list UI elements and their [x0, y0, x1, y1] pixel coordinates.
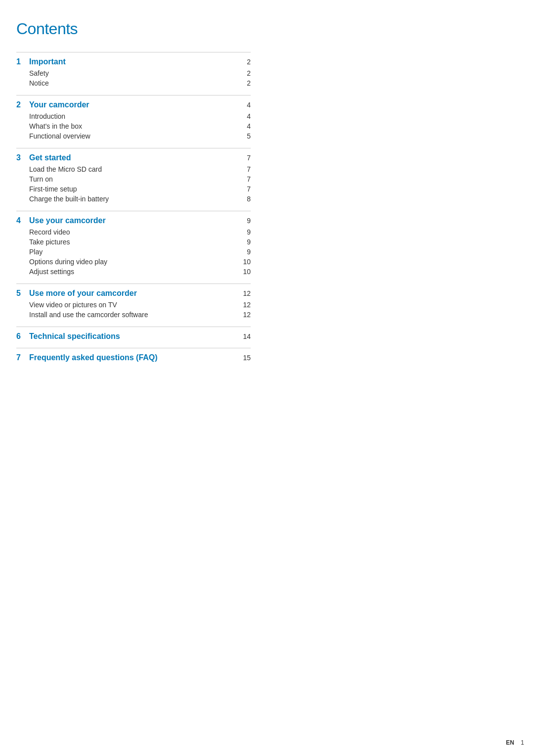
list-item: Safety2	[29, 68, 251, 78]
section-number-4: 4	[16, 216, 23, 225]
list-item: Load the Micro SD card7	[29, 164, 251, 174]
list-item: What's in the box4	[29, 121, 251, 131]
list-item: Take pictures9	[29, 237, 251, 247]
section-title-4: Use your camcorder	[29, 216, 106, 225]
sub-label: Turn on	[29, 175, 53, 183]
sub-label: Safety	[29, 69, 49, 77]
section-number-1: 1	[16, 57, 23, 66]
section-subitems-2: Introduction4What's in the box4Functiona…	[16, 111, 251, 148]
sub-page: 7	[247, 185, 251, 193]
sub-label: Notice	[29, 79, 49, 87]
section-header-1: 1Important2	[16, 52, 251, 68]
list-item: Record video9	[29, 227, 251, 237]
section-header-2: 2Your camcorder4	[16, 95, 251, 111]
section-number-5: 5	[16, 289, 23, 298]
list-item: First-time setup7	[29, 184, 251, 194]
list-item: Install and use the camcorder software12	[29, 310, 251, 320]
section-page-2: 4	[247, 101, 251, 109]
sub-page: 7	[247, 165, 251, 173]
list-item: View video or pictures on TV12	[29, 300, 251, 310]
sub-page: 7	[247, 175, 251, 183]
sub-label: First-time setup	[29, 185, 77, 193]
section-title-2: Your camcorder	[29, 100, 89, 109]
section-page-1: 2	[247, 58, 251, 66]
list-item: Turn on7	[29, 174, 251, 184]
section-page-5: 12	[243, 289, 251, 297]
sub-label: Adjust settings	[29, 268, 74, 276]
list-item: Notice2	[29, 78, 251, 88]
sub-page: 9	[247, 238, 251, 246]
sub-page: 12	[243, 301, 251, 309]
sub-page: 2	[247, 79, 251, 87]
section-title-5: Use more of your camcorder	[29, 289, 137, 298]
page-title: Contents	[16, 20, 251, 38]
sub-label: What's in the box	[29, 122, 82, 130]
table-of-contents: 1Important2Safety2Notice22Your camcorder…	[16, 52, 251, 369]
section-title-7: Frequently asked questions (FAQ)	[29, 353, 158, 362]
list-item: Options during video play10	[29, 257, 251, 267]
section-subitems-3: Load the Micro SD card7Turn on7First-tim…	[16, 164, 251, 211]
sub-page: 10	[243, 258, 251, 266]
sub-label: Options during video play	[29, 258, 107, 266]
section-header-6: 6Technical specifications14	[16, 327, 251, 343]
sub-label: Functional overview	[29, 132, 90, 140]
section-header-3: 3Get started7	[16, 148, 251, 164]
sub-label: Take pictures	[29, 238, 70, 246]
sub-page: 5	[247, 132, 251, 140]
section-number-6: 6	[16, 332, 23, 341]
sub-label: Charge the built-in battery	[29, 195, 109, 203]
sub-page: 2	[247, 69, 251, 77]
section-subitems-5: View video or pictures on TV12Install an…	[16, 300, 251, 327]
section-page-7: 15	[243, 354, 251, 362]
section-title-6: Technical specifications	[29, 332, 120, 341]
section-header-7: 7Frequently asked questions (FAQ)15	[16, 348, 251, 364]
sub-page: 8	[247, 195, 251, 203]
section-title-1: Important	[29, 57, 66, 66]
sub-label: Record video	[29, 228, 70, 236]
sub-page: 10	[243, 268, 251, 276]
list-item: Functional overview5	[29, 131, 251, 141]
sub-label: Install and use the camcorder software	[29, 311, 148, 319]
sub-page: 9	[247, 228, 251, 236]
sub-page: 4	[247, 122, 251, 130]
sub-label: Load the Micro SD card	[29, 165, 102, 173]
sub-label: Play	[29, 248, 43, 256]
section-title-3: Get started	[29, 153, 71, 162]
section-subitems-1: Safety2Notice2	[16, 68, 251, 95]
sub-page: 12	[243, 311, 251, 319]
section-header-5: 5Use more of your camcorder12	[16, 284, 251, 300]
list-item: Introduction4	[29, 111, 251, 121]
section-number-2: 2	[16, 100, 23, 109]
section-number-3: 3	[16, 153, 23, 162]
sub-page: 9	[247, 248, 251, 256]
list-item: Adjust settings10	[29, 267, 251, 277]
list-item: Play9	[29, 247, 251, 257]
sub-page: 4	[247, 112, 251, 120]
section-subitems-4: Record video9Take pictures9Play9Options …	[16, 227, 251, 284]
sub-label: View video or pictures on TV	[29, 301, 117, 309]
sub-label: Introduction	[29, 112, 65, 120]
section-page-6: 14	[243, 332, 251, 340]
section-page-4: 9	[247, 217, 251, 225]
section-header-4: 4Use your camcorder9	[16, 211, 251, 227]
list-item: Charge the built-in battery8	[29, 194, 251, 204]
section-page-3: 7	[247, 154, 251, 162]
section-number-7: 7	[16, 353, 23, 362]
